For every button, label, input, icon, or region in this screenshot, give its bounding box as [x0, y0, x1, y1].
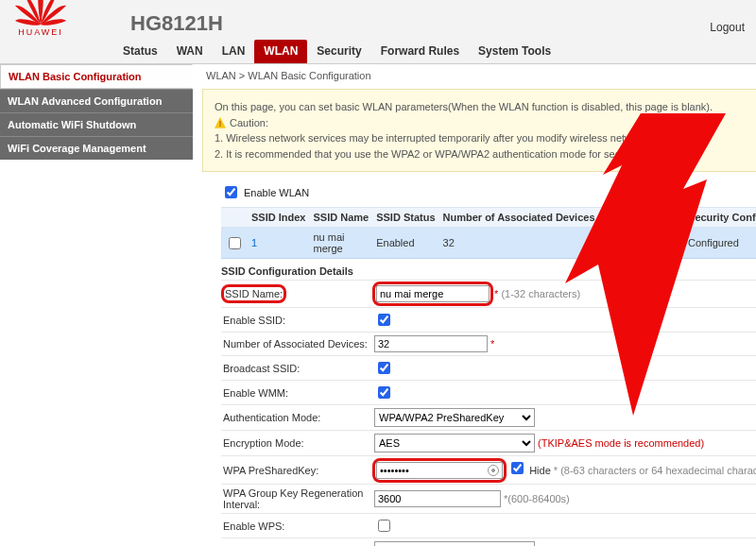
ssid-name-hint: (1-32 characters)	[501, 288, 580, 299]
enable-wlan-checkbox[interactable]	[225, 186, 237, 198]
enable-wlan-row[interactable]: Enable WLAN	[221, 183, 756, 207]
ssid-row-checkbox[interactable]	[229, 237, 241, 249]
model-name: HG8121H	[130, 11, 223, 36]
notice-box: On this page, you can set basic WLAN par…	[202, 89, 756, 172]
logout-link[interactable]: Logout	[710, 21, 745, 40]
details-title: SSID Configuration Details	[221, 261, 756, 280]
lbl-enable-ssid: Enable SSID:	[221, 308, 372, 333]
psk-hint: * (8-63 characters or 64 hexadecimal cha…	[554, 465, 756, 476]
notice-line-3: 2. It is recommended that you use the WP…	[215, 146, 756, 162]
group-key-hint: *(600-86400s)	[504, 493, 570, 504]
highlight-ssid-name-label: SSID Name:	[223, 286, 284, 301]
sidebar-item-autoshutdown[interactable]: Automatic WiFi Shutdown	[0, 112, 193, 136]
lbl-num-assoc: Number of Associated Devices:	[221, 333, 372, 356]
caution-label: Caution:	[230, 115, 268, 131]
ssid-row-bcast: Enabled	[599, 228, 685, 259]
wps-mode-select[interactable]: PBC	[374, 541, 535, 546]
sidebar: WLAN Basic Configuration WLAN Advanced C…	[0, 64, 193, 546]
tab-wan[interactable]: WAN	[167, 40, 213, 63]
tab-status[interactable]: Status	[113, 40, 167, 63]
lbl-enable-wmm: Enable WMM:	[221, 381, 372, 405]
enable-ssid-checkbox[interactable]	[378, 314, 390, 326]
lbl-wps-mode: WPS Mode:	[221, 538, 372, 547]
enc-mode-hint: (TKIP&AES mode is recommended)	[538, 437, 704, 449]
num-assoc-input[interactable]	[374, 335, 488, 352]
enable-wmm-checkbox[interactable]	[378, 386, 390, 399]
auth-mode-select[interactable]: WPA/WPA2 PreSharedKey	[374, 408, 535, 427]
tab-security[interactable]: Security	[307, 40, 370, 63]
sidebar-item-coverage[interactable]: WiFi Coverage Management	[0, 136, 193, 160]
lbl-ssid-name: SSID Name:	[225, 288, 283, 299]
enc-mode-select[interactable]: AES	[374, 434, 535, 452]
lbl-enable-wps: Enable WPS:	[221, 514, 372, 538]
tab-forward[interactable]: Forward Rules	[371, 40, 469, 63]
th-num-assoc: Number of Associated Devices	[439, 208, 599, 228]
sidebar-item-advanced[interactable]: WLAN Advanced Configuration	[0, 89, 193, 112]
notice-line-1: On this page, you can set basic WLAN par…	[215, 99, 756, 115]
th-ssid-status: SSID Status	[372, 208, 438, 228]
brand-logo: HUAWEI	[11, 0, 70, 40]
th-ssid-index: SSID Index	[248, 208, 309, 228]
ssid-name-input[interactable]	[376, 285, 490, 302]
th-security: Security Configuration	[684, 208, 756, 228]
th-broadcast: Broadcast SSID	[599, 208, 685, 228]
psk-hide-checkbox[interactable]	[511, 462, 524, 474]
sidebar-item-basic[interactable]: WLAN Basic Configuration	[0, 64, 193, 89]
th-ssid-name: SSID Name	[309, 208, 372, 228]
notice-line-2: 1. Wireless network services may be inte…	[215, 130, 756, 146]
lbl-psk: WPA PreSharedKey:	[221, 456, 372, 485]
psk-hide-label: Hide	[529, 465, 551, 476]
tab-lan[interactable]: LAN	[213, 40, 255, 63]
ssid-row-status: Enabled	[372, 228, 438, 259]
top-nav: Status WAN LAN WLAN Security Forward Rul…	[0, 40, 756, 64]
breadcrumb: WLAN > WLAN Basic Configuration	[202, 64, 756, 87]
enable-wps-checkbox[interactable]	[378, 520, 390, 532]
broadcast-ssid-checkbox[interactable]	[378, 362, 390, 374]
ssid-table: SSID Index SSID Name SSID Status Number …	[221, 207, 756, 259]
highlight-ssid-name-input	[374, 283, 491, 304]
lbl-enc-mode: Encryption Mode:	[221, 431, 372, 456]
lbl-auth-mode: Authentication Mode:	[221, 405, 372, 431]
ssid-table-row[interactable]: 1 nu mai merge Enabled 32 Enabled Config…	[221, 228, 756, 259]
lbl-group-key: WPA Group Key Regeneration Interval:	[221, 485, 372, 514]
tab-wlan[interactable]: WLAN	[254, 40, 307, 63]
enable-wlan-label: Enable WLAN	[244, 187, 309, 198]
brand-label: HUAWEI	[11, 27, 70, 37]
ssid-row-assoc: 32	[439, 228, 599, 259]
lbl-broadcast: Broadcast SSID:	[221, 356, 372, 381]
tab-systemtools[interactable]: System Tools	[469, 40, 560, 63]
ssid-details-table: SSID Name: * (1-32 characters) Enable SS…	[221, 280, 756, 546]
caution-icon	[215, 117, 226, 128]
ssid-row-name: nu mai merge	[309, 228, 372, 259]
ssid-row-sec: Configured	[684, 228, 756, 259]
psk-input[interactable]	[376, 462, 503, 479]
ssid-row-index[interactable]: 1	[251, 237, 257, 248]
group-key-input[interactable]	[374, 490, 501, 507]
highlight-psk-input	[374, 460, 505, 481]
